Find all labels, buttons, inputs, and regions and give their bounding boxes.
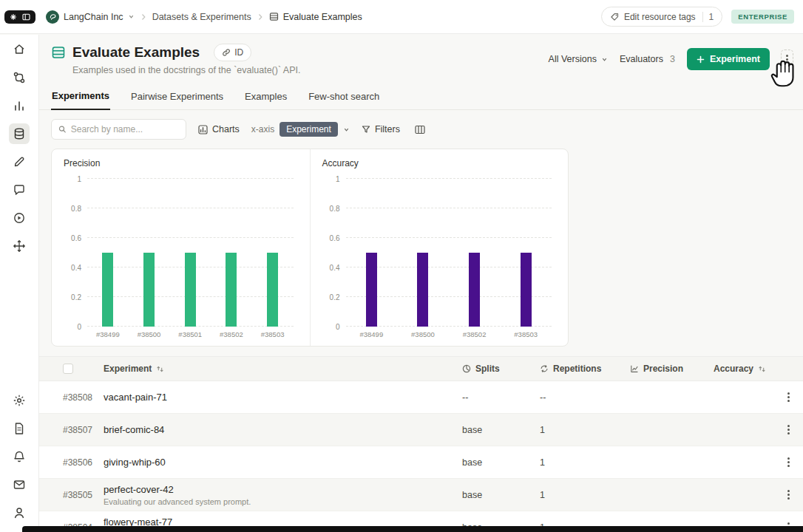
- col-splits[interactable]: Splits: [462, 364, 540, 374]
- experiment-name[interactable]: giving-whip-60: [104, 457, 462, 468]
- breadcrumb-datasets-link[interactable]: Datasets & Experiments: [152, 12, 251, 22]
- sidebar-item-monitoring[interactable]: [9, 95, 30, 116]
- y-tick-label: 1: [336, 175, 340, 183]
- x-tick-label: #38503: [261, 330, 285, 338]
- filters-button[interactable]: Filters: [362, 124, 400, 134]
- col-repetitions[interactable]: Repetitions: [540, 364, 630, 374]
- metric-chart-icon: [630, 364, 639, 373]
- experiment-name[interactable]: perfect-cover-42: [104, 484, 462, 495]
- org-switcher[interactable]: LangChain Inc: [46, 10, 135, 24]
- col-experiment[interactable]: Experiment: [104, 364, 462, 374]
- select-all-checkbox[interactable]: [63, 364, 73, 374]
- bar[interactable]: [226, 253, 237, 327]
- bar[interactable]: [143, 253, 155, 327]
- bar[interactable]: [521, 253, 532, 327]
- table-row[interactable]: #38507 brief-comic-84 base 1: [39, 414, 803, 446]
- col-accuracy[interactable]: Accuracy: [714, 364, 782, 374]
- splits-value: base: [462, 490, 540, 500]
- sidebar-item-notifications[interactable]: [9, 446, 30, 467]
- bars: #38499#38500#38502#38503: [346, 179, 552, 327]
- charts-toggle-button[interactable]: Charts: [198, 124, 240, 134]
- evaluators-button[interactable]: Evaluators 3: [620, 54, 675, 64]
- bar[interactable]: [267, 253, 278, 327]
- y-tick-label: 1: [77, 175, 81, 183]
- breadcrumb-current: Evaluate Examples: [269, 12, 362, 22]
- row-menu-button[interactable]: [785, 453, 793, 471]
- copy-id-button[interactable]: ID: [214, 44, 251, 61]
- sidebar-item-projects[interactable]: [9, 67, 30, 88]
- tab-few-shot-search[interactable]: Few-shot search: [308, 84, 380, 109]
- columns-button[interactable]: [412, 122, 428, 137]
- repeat-icon: [540, 364, 549, 373]
- filters-label: Filters: [375, 124, 400, 134]
- sidebar-item-feedback[interactable]: [9, 180, 30, 200]
- window-controls[interactable]: [4, 10, 35, 24]
- kebab-icon: [787, 456, 790, 468]
- sidebar-item-settings[interactable]: [9, 390, 30, 411]
- new-experiment-button[interactable]: Experiment: [687, 48, 770, 70]
- experiment-button-label: Experiment: [710, 54, 760, 64]
- move-arrows-icon: [13, 239, 26, 253]
- bar[interactable]: [417, 253, 428, 327]
- search-input[interactable]: [71, 124, 179, 134]
- xaxis-label: x-axis: [251, 124, 274, 134]
- table-row[interactable]: #38506 giving-whip-60 base 1: [39, 446, 803, 479]
- breadcrumb-separator-icon: [257, 13, 263, 21]
- charts-panel: Precision 00.20.40.60.81#38499#38500#385…: [51, 149, 569, 347]
- bars: #38499#38500#38501#38502#38503: [87, 179, 294, 327]
- row-menu-button[interactable]: [785, 420, 793, 439]
- sidebar-item-annotation[interactable]: [9, 151, 30, 172]
- search-box[interactable]: [51, 119, 186, 140]
- sort-icon: [758, 365, 766, 373]
- tab-bar: Experiments Pairwise Experiments Example…: [39, 84, 803, 110]
- charts-icon: [198, 125, 208, 134]
- chart-accuracy: Accuracy 00.20.40.60.81#38499#38500#3850…: [310, 149, 569, 346]
- sidebar-item-profile[interactable]: [9, 502, 30, 523]
- pencil-icon: [13, 155, 26, 168]
- chevron-down-icon: [128, 13, 135, 20]
- x-tick-label: #38500: [138, 330, 161, 338]
- sidebar-item-datasets[interactable]: [9, 123, 30, 144]
- edit-resource-tags-button[interactable]: Edit resource tags 1: [601, 7, 722, 27]
- tab-pairwise-experiments[interactable]: Pairwise Experiments: [130, 84, 224, 109]
- sort-icon: [156, 365, 164, 373]
- toolbar: Charts x-axis Experiment Filters: [39, 110, 803, 147]
- versions-dropdown[interactable]: All Versions: [549, 54, 608, 64]
- xaxis-control[interactable]: x-axis Experiment: [251, 122, 350, 137]
- sidebar-item-home[interactable]: [9, 39, 30, 60]
- col-precision[interactable]: Precision: [630, 364, 714, 374]
- row-menu-button[interactable]: [785, 388, 793, 406]
- sidebar-item-playground[interactable]: [9, 208, 30, 228]
- sidebar-item-docs[interactable]: [9, 418, 30, 439]
- bar-group: #38499: [354, 179, 388, 327]
- table-row[interactable]: #38508 vacant-pain-71 -- --: [39, 381, 803, 414]
- sidebar-item-mail[interactable]: [9, 474, 30, 495]
- bar[interactable]: [185, 253, 196, 327]
- col-experiment-label: Experiment: [104, 364, 152, 374]
- row-menu-button[interactable]: [785, 485, 793, 504]
- y-tick-label: 0.2: [71, 293, 81, 301]
- bar-group: #38499: [91, 179, 125, 327]
- edit-tags-label: Edit resource tags: [624, 12, 696, 22]
- langchain-logo: [46, 10, 59, 24]
- experiment-name[interactable]: vacant-pain-71: [104, 392, 462, 403]
- experiment-id: #38507: [63, 425, 104, 435]
- xaxis-selected-value[interactable]: Experiment: [279, 122, 338, 137]
- breadcrumb: LangChain Inc Datasets & Experiments Eva…: [46, 10, 362, 24]
- bar[interactable]: [102, 253, 113, 327]
- splits-value: base: [462, 457, 540, 468]
- table-row[interactable]: #38505 perfect-cover-42 Evaluating our a…: [39, 479, 803, 511]
- database-icon: [13, 127, 26, 140]
- charts-label: Charts: [212, 124, 240, 134]
- x-tick-label: #38499: [96, 330, 120, 338]
- bar[interactable]: [366, 253, 377, 327]
- tab-experiments[interactable]: Experiments: [51, 84, 110, 110]
- tab-examples[interactable]: Examples: [244, 84, 288, 109]
- sidebar-item-deployments[interactable]: [9, 236, 30, 256]
- y-tick-label: 0.6: [330, 234, 340, 242]
- bar[interactable]: [469, 253, 480, 327]
- y-tick-label: 0.4: [330, 264, 340, 272]
- experiment-name[interactable]: brief-comic-84: [104, 424, 462, 435]
- sidebar: [0, 35, 39, 532]
- mail-icon: [13, 478, 26, 491]
